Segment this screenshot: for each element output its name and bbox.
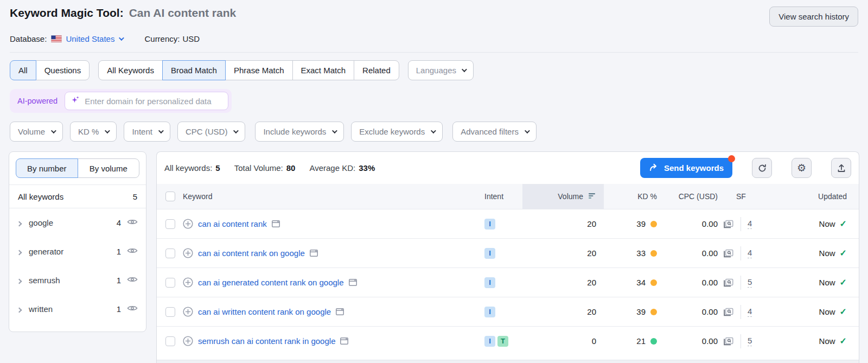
row-checkbox[interactable] — [165, 219, 175, 229]
updated-cell: Now✓ — [777, 209, 859, 238]
serp-page-icon[interactable] — [336, 308, 344, 315]
chevron-down-icon — [119, 35, 124, 41]
serp-page-icon[interactable] — [340, 337, 348, 345]
column-intent[interactable]: Intent — [484, 184, 522, 209]
intent-badge-i: I — [484, 307, 495, 317]
page-title: Keyword Magic Tool: — [10, 7, 124, 20]
languages-dropdown[interactable]: Languages — [408, 60, 474, 80]
chevron-down-icon — [105, 128, 110, 133]
keyword-link[interactable]: can ai content rank — [198, 219, 267, 228]
keyword-link[interactable]: semrush can ai content rank in google — [198, 336, 335, 346]
keyword-link[interactable]: can ai written content rank on google — [198, 307, 331, 316]
sf-count[interactable]: 4 — [748, 248, 752, 258]
divider — [741, 217, 741, 231]
sidebar-group-semrush[interactable]: semrush 1 — [9, 266, 146, 295]
tab-by-volume[interactable]: By volume — [78, 158, 140, 178]
add-to-list-icon[interactable] — [183, 219, 193, 229]
row-checkbox[interactable] — [165, 249, 175, 258]
keyword-link[interactable]: can ai generated content rank on google — [198, 278, 344, 287]
column-sf[interactable]: SF — [718, 184, 777, 209]
eye-icon[interactable] — [127, 247, 138, 256]
chevron-right-icon[interactable] — [17, 304, 21, 314]
chevron-right-icon[interactable] — [17, 218, 21, 227]
group-count: 1 — [117, 247, 121, 256]
settings-button[interactable]: ⚙ — [792, 158, 812, 178]
sf-count[interactable]: 4 — [748, 219, 752, 229]
add-to-list-icon[interactable] — [183, 277, 193, 288]
currency-label: Currency: — [144, 34, 180, 43]
add-to-list-icon[interactable] — [183, 307, 193, 317]
column-volume[interactable]: Volume — [522, 184, 604, 209]
row-checkbox[interactable] — [165, 278, 175, 288]
keyword-groups-sidebar: By number By volume All keywords 5 googl… — [9, 151, 146, 332]
serp-preview-icon[interactable] — [723, 278, 734, 288]
sf-count[interactable]: 4 — [748, 307, 752, 317]
row-checkbox[interactable] — [165, 307, 175, 317]
tab-all-keywords[interactable]: All Keywords — [98, 60, 163, 80]
serp-preview-icon[interactable] — [723, 307, 734, 317]
column-kd[interactable]: KD % — [604, 184, 663, 209]
row-checkbox[interactable] — [165, 336, 175, 346]
tab-related[interactable]: Related — [354, 60, 399, 80]
send-keywords-button[interactable]: Send keywords — [640, 158, 732, 178]
eye-icon[interactable] — [127, 304, 138, 314]
add-to-list-icon[interactable] — [183, 248, 193, 258]
sidebar-group-google[interactable]: google 4 — [9, 208, 146, 237]
serp-preview-icon[interactable] — [723, 219, 734, 229]
volume-cell: 20 — [522, 209, 604, 238]
filter-exclude-keywords[interactable]: Exclude keywords — [351, 122, 443, 142]
tab-broad-match[interactable]: Broad Match — [162, 60, 226, 80]
sidebar-group-written[interactable]: written 1 — [9, 295, 146, 323]
kd-difficulty-dot — [650, 309, 657, 315]
filter-cpc[interactable]: CPC (USD) — [177, 122, 246, 142]
sidebar-group-generator[interactable]: generator 1 — [9, 237, 146, 266]
sidebar-all-keywords-row[interactable]: All keywords 5 — [9, 184, 146, 208]
eye-icon[interactable] — [127, 218, 138, 227]
select-all-checkbox[interactable] — [165, 192, 175, 201]
check-icon: ✓ — [840, 248, 847, 258]
tab-questions[interactable]: Questions — [36, 60, 90, 80]
add-to-list-icon[interactable] — [183, 336, 193, 346]
volume-cell: 0 — [522, 327, 604, 355]
chevron-right-icon[interactable] — [17, 276, 21, 285]
column-updated[interactable]: Updated — [777, 184, 859, 209]
export-button[interactable] — [831, 158, 851, 178]
question-tab-group: All Questions — [10, 60, 90, 80]
sidebar-sort-tabs: By number By volume — [9, 152, 146, 184]
domain-input[interactable] — [85, 97, 222, 106]
tab-by-number[interactable]: By number — [16, 158, 78, 178]
sf-count[interactable]: 5 — [748, 336, 752, 346]
serp-page-icon[interactable] — [272, 220, 280, 227]
ai-powered-badge: AI-powered — [17, 97, 58, 105]
serp-preview-icon[interactable] — [723, 336, 734, 346]
stat-all-keywords: All keywords:5 — [164, 163, 220, 173]
tab-phrase-match[interactable]: Phrase Match — [225, 60, 293, 80]
chevron-right-icon[interactable] — [17, 247, 21, 256]
filter-advanced[interactable]: Advanced filters — [452, 122, 537, 142]
ai-powered-row: AI-powered — [0, 80, 868, 113]
refresh-button[interactable] — [752, 158, 772, 178]
eye-icon[interactable] — [127, 276, 138, 285]
filter-kd[interactable]: KD % — [70, 122, 117, 142]
us-flag-icon — [51, 35, 62, 42]
chevron-down-icon — [525, 128, 530, 133]
tab-all[interactable]: All — [10, 60, 36, 80]
view-search-history-button[interactable]: View search history — [769, 7, 858, 27]
filter-volume[interactable]: Volume — [10, 122, 63, 142]
gear-icon: ⚙ — [797, 163, 806, 173]
sf-count[interactable]: 5 — [748, 277, 752, 288]
group-name: written — [29, 304, 117, 314]
serp-page-icon[interactable] — [310, 250, 318, 257]
kd-difficulty-dot — [650, 250, 657, 257]
filter-include-keywords[interactable]: Include keywords — [255, 122, 344, 142]
kd-difficulty-dot — [650, 338, 657, 345]
kd-cell: 21 — [604, 327, 663, 355]
database-selector[interactable]: United States — [66, 34, 123, 43]
column-keyword[interactable]: Keyword — [183, 184, 484, 209]
filter-intent[interactable]: Intent — [124, 122, 170, 142]
column-cpc[interactable]: CPC (USD) — [663, 184, 718, 209]
tab-exact-match[interactable]: Exact Match — [292, 60, 355, 80]
keyword-link[interactable]: can ai content rank on google — [198, 249, 305, 258]
serp-page-icon[interactable] — [349, 279, 357, 286]
serp-preview-icon[interactable] — [723, 249, 734, 258]
